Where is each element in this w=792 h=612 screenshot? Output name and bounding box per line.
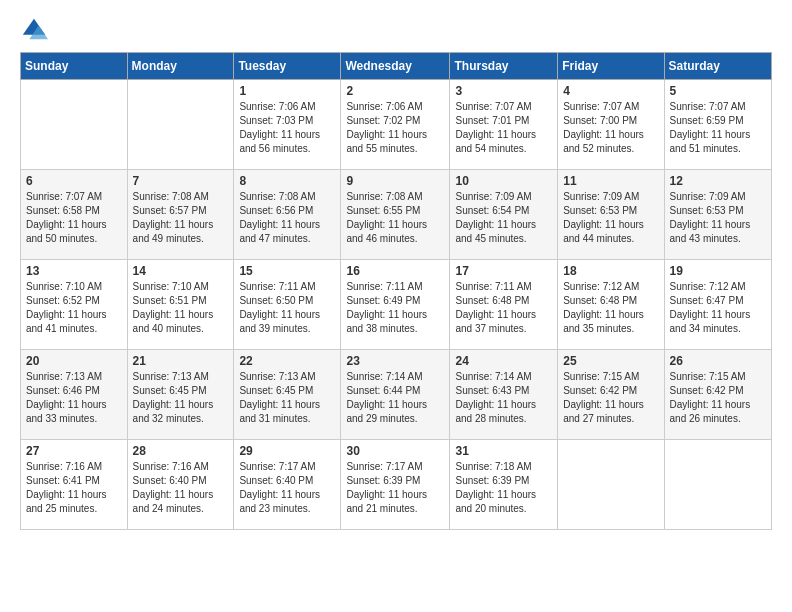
calendar-cell: 1Sunrise: 7:06 AMSunset: 7:03 PMDaylight…	[234, 80, 341, 170]
calendar-cell: 2Sunrise: 7:06 AMSunset: 7:02 PMDaylight…	[341, 80, 450, 170]
calendar-cell: 29Sunrise: 7:17 AMSunset: 6:40 PMDayligh…	[234, 440, 341, 530]
day-number: 1	[239, 84, 335, 98]
day-number: 26	[670, 354, 766, 368]
cell-content: Sunrise: 7:11 AMSunset: 6:49 PMDaylight:…	[346, 280, 444, 336]
cell-content: Sunrise: 7:09 AMSunset: 6:53 PMDaylight:…	[563, 190, 658, 246]
calendar-cell	[21, 80, 128, 170]
calendar-cell	[664, 440, 771, 530]
calendar-cell: 26Sunrise: 7:15 AMSunset: 6:42 PMDayligh…	[664, 350, 771, 440]
cell-content: Sunrise: 7:06 AMSunset: 7:02 PMDaylight:…	[346, 100, 444, 156]
day-number: 17	[455, 264, 552, 278]
calendar-cell: 28Sunrise: 7:16 AMSunset: 6:40 PMDayligh…	[127, 440, 234, 530]
cell-content: Sunrise: 7:08 AMSunset: 6:57 PMDaylight:…	[133, 190, 229, 246]
day-number: 21	[133, 354, 229, 368]
calendar-cell: 24Sunrise: 7:14 AMSunset: 6:43 PMDayligh…	[450, 350, 558, 440]
cell-content: Sunrise: 7:13 AMSunset: 6:45 PMDaylight:…	[133, 370, 229, 426]
cell-content: Sunrise: 7:16 AMSunset: 6:41 PMDaylight:…	[26, 460, 122, 516]
header-wednesday: Wednesday	[341, 53, 450, 80]
cell-content: Sunrise: 7:18 AMSunset: 6:39 PMDaylight:…	[455, 460, 552, 516]
calendar-cell: 31Sunrise: 7:18 AMSunset: 6:39 PMDayligh…	[450, 440, 558, 530]
day-number: 16	[346, 264, 444, 278]
calendar-week-3: 20Sunrise: 7:13 AMSunset: 6:46 PMDayligh…	[21, 350, 772, 440]
header-sunday: Sunday	[21, 53, 128, 80]
cell-content: Sunrise: 7:07 AMSunset: 6:59 PMDaylight:…	[670, 100, 766, 156]
cell-content: Sunrise: 7:07 AMSunset: 7:00 PMDaylight:…	[563, 100, 658, 156]
calendar-header-row: SundayMondayTuesdayWednesdayThursdayFrid…	[21, 53, 772, 80]
day-number: 4	[563, 84, 658, 98]
calendar-cell: 3Sunrise: 7:07 AMSunset: 7:01 PMDaylight…	[450, 80, 558, 170]
calendar-cell: 18Sunrise: 7:12 AMSunset: 6:48 PMDayligh…	[558, 260, 664, 350]
calendar-cell: 23Sunrise: 7:14 AMSunset: 6:44 PMDayligh…	[341, 350, 450, 440]
header-monday: Monday	[127, 53, 234, 80]
calendar-cell: 22Sunrise: 7:13 AMSunset: 6:45 PMDayligh…	[234, 350, 341, 440]
page-header	[20, 16, 772, 44]
day-number: 25	[563, 354, 658, 368]
calendar-week-4: 27Sunrise: 7:16 AMSunset: 6:41 PMDayligh…	[21, 440, 772, 530]
cell-content: Sunrise: 7:06 AMSunset: 7:03 PMDaylight:…	[239, 100, 335, 156]
day-number: 12	[670, 174, 766, 188]
calendar-cell: 13Sunrise: 7:10 AMSunset: 6:52 PMDayligh…	[21, 260, 128, 350]
cell-content: Sunrise: 7:07 AMSunset: 7:01 PMDaylight:…	[455, 100, 552, 156]
calendar-week-1: 6Sunrise: 7:07 AMSunset: 6:58 PMDaylight…	[21, 170, 772, 260]
cell-content: Sunrise: 7:11 AMSunset: 6:48 PMDaylight:…	[455, 280, 552, 336]
day-number: 15	[239, 264, 335, 278]
day-number: 2	[346, 84, 444, 98]
header-tuesday: Tuesday	[234, 53, 341, 80]
calendar-cell: 27Sunrise: 7:16 AMSunset: 6:41 PMDayligh…	[21, 440, 128, 530]
day-number: 29	[239, 444, 335, 458]
day-number: 3	[455, 84, 552, 98]
logo-icon	[20, 16, 48, 44]
cell-content: Sunrise: 7:12 AMSunset: 6:47 PMDaylight:…	[670, 280, 766, 336]
calendar-cell	[127, 80, 234, 170]
calendar-week-2: 13Sunrise: 7:10 AMSunset: 6:52 PMDayligh…	[21, 260, 772, 350]
cell-content: Sunrise: 7:10 AMSunset: 6:52 PMDaylight:…	[26, 280, 122, 336]
header-friday: Friday	[558, 53, 664, 80]
cell-content: Sunrise: 7:13 AMSunset: 6:46 PMDaylight:…	[26, 370, 122, 426]
cell-content: Sunrise: 7:09 AMSunset: 6:54 PMDaylight:…	[455, 190, 552, 246]
day-number: 10	[455, 174, 552, 188]
calendar-cell	[558, 440, 664, 530]
cell-content: Sunrise: 7:16 AMSunset: 6:40 PMDaylight:…	[133, 460, 229, 516]
day-number: 7	[133, 174, 229, 188]
cell-content: Sunrise: 7:13 AMSunset: 6:45 PMDaylight:…	[239, 370, 335, 426]
cell-content: Sunrise: 7:15 AMSunset: 6:42 PMDaylight:…	[670, 370, 766, 426]
header-thursday: Thursday	[450, 53, 558, 80]
day-number: 27	[26, 444, 122, 458]
calendar-cell: 20Sunrise: 7:13 AMSunset: 6:46 PMDayligh…	[21, 350, 128, 440]
calendar-cell: 16Sunrise: 7:11 AMSunset: 6:49 PMDayligh…	[341, 260, 450, 350]
cell-content: Sunrise: 7:15 AMSunset: 6:42 PMDaylight:…	[563, 370, 658, 426]
header-saturday: Saturday	[664, 53, 771, 80]
day-number: 19	[670, 264, 766, 278]
cell-content: Sunrise: 7:17 AMSunset: 6:39 PMDaylight:…	[346, 460, 444, 516]
cell-content: Sunrise: 7:07 AMSunset: 6:58 PMDaylight:…	[26, 190, 122, 246]
day-number: 6	[26, 174, 122, 188]
calendar-cell: 12Sunrise: 7:09 AMSunset: 6:53 PMDayligh…	[664, 170, 771, 260]
day-number: 30	[346, 444, 444, 458]
day-number: 18	[563, 264, 658, 278]
day-number: 23	[346, 354, 444, 368]
calendar-cell: 11Sunrise: 7:09 AMSunset: 6:53 PMDayligh…	[558, 170, 664, 260]
cell-content: Sunrise: 7:14 AMSunset: 6:43 PMDaylight:…	[455, 370, 552, 426]
cell-content: Sunrise: 7:10 AMSunset: 6:51 PMDaylight:…	[133, 280, 229, 336]
cell-content: Sunrise: 7:12 AMSunset: 6:48 PMDaylight:…	[563, 280, 658, 336]
calendar-table: SundayMondayTuesdayWednesdayThursdayFrid…	[20, 52, 772, 530]
day-number: 11	[563, 174, 658, 188]
calendar-cell: 25Sunrise: 7:15 AMSunset: 6:42 PMDayligh…	[558, 350, 664, 440]
calendar-week-0: 1Sunrise: 7:06 AMSunset: 7:03 PMDaylight…	[21, 80, 772, 170]
cell-content: Sunrise: 7:08 AMSunset: 6:55 PMDaylight:…	[346, 190, 444, 246]
calendar-cell: 19Sunrise: 7:12 AMSunset: 6:47 PMDayligh…	[664, 260, 771, 350]
day-number: 9	[346, 174, 444, 188]
cell-content: Sunrise: 7:08 AMSunset: 6:56 PMDaylight:…	[239, 190, 335, 246]
calendar-cell: 15Sunrise: 7:11 AMSunset: 6:50 PMDayligh…	[234, 260, 341, 350]
calendar-cell: 21Sunrise: 7:13 AMSunset: 6:45 PMDayligh…	[127, 350, 234, 440]
calendar-cell: 8Sunrise: 7:08 AMSunset: 6:56 PMDaylight…	[234, 170, 341, 260]
calendar-cell: 30Sunrise: 7:17 AMSunset: 6:39 PMDayligh…	[341, 440, 450, 530]
cell-content: Sunrise: 7:17 AMSunset: 6:40 PMDaylight:…	[239, 460, 335, 516]
day-number: 5	[670, 84, 766, 98]
cell-content: Sunrise: 7:11 AMSunset: 6:50 PMDaylight:…	[239, 280, 335, 336]
calendar-cell: 10Sunrise: 7:09 AMSunset: 6:54 PMDayligh…	[450, 170, 558, 260]
day-number: 22	[239, 354, 335, 368]
calendar-cell: 14Sunrise: 7:10 AMSunset: 6:51 PMDayligh…	[127, 260, 234, 350]
calendar-cell: 5Sunrise: 7:07 AMSunset: 6:59 PMDaylight…	[664, 80, 771, 170]
logo	[20, 16, 52, 44]
